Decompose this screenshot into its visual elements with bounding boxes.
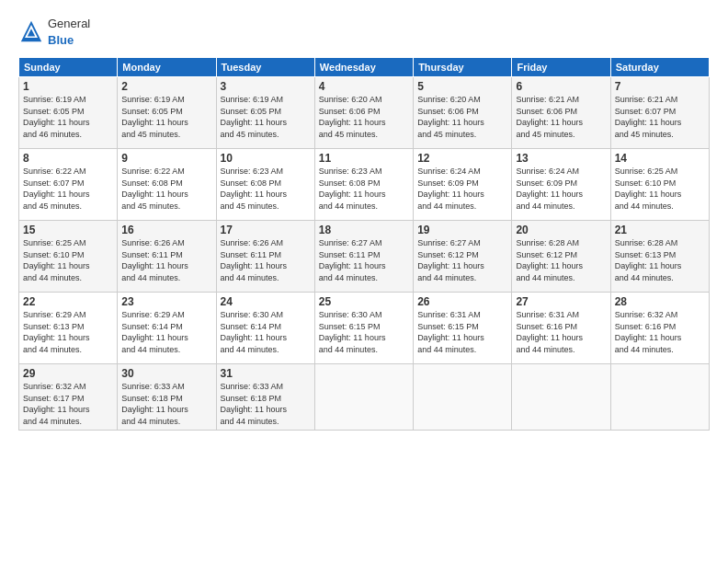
day-number: 17 [221,224,311,236]
logo-blue: Blue [48,33,74,47]
day-info: Sunrise: 6:33 AMSunset: 6:18 PMDaylight:… [121,381,211,427]
day-number: 19 [417,224,507,236]
day-info: Sunrise: 6:24 AMSunset: 6:09 PMDaylight:… [417,166,507,212]
day-info: Sunrise: 6:28 AMSunset: 6:13 PMDaylight:… [615,237,705,283]
day-info: Sunrise: 6:21 AMSunset: 6:06 PMDaylight:… [516,94,606,140]
calendar-week-row: 1Sunrise: 6:19 AMSunset: 6:05 PMDaylight… [19,77,710,149]
weekday-header: Thursday [414,58,512,77]
calendar-cell: 16Sunrise: 6:26 AMSunset: 6:11 PMDayligh… [118,221,216,293]
header: General Blue [18,15,710,48]
day-number: 8 [23,152,113,165]
weekday-header: Monday [118,58,216,77]
day-info: Sunrise: 6:20 AMSunset: 6:06 PMDaylight:… [417,94,507,140]
calendar-cell: 9Sunrise: 6:22 AMSunset: 6:08 PMDaylight… [118,149,216,221]
calendar-cell: 29Sunrise: 6:32 AMSunset: 6:17 PMDayligh… [19,364,118,431]
day-info: Sunrise: 6:30 AMSunset: 6:15 PMDaylight:… [319,309,409,355]
day-number: 7 [615,80,705,93]
calendar-week-row: 15Sunrise: 6:25 AMSunset: 6:10 PMDayligh… [19,221,710,293]
logo-general: General [48,17,90,30]
day-number: 20 [516,224,606,236]
weekday-row: SundayMondayTuesdayWednesdayThursdayFrid… [19,58,710,77]
day-info: Sunrise: 6:23 AMSunset: 6:08 PMDaylight:… [319,166,409,212]
calendar-cell: 2Sunrise: 6:19 AMSunset: 6:05 PMDaylight… [118,77,216,149]
day-number: 18 [319,224,409,236]
calendar-cell: 27Sunrise: 6:31 AMSunset: 6:16 PMDayligh… [512,293,610,364]
page: General Blue SundayMondayTuesdayWednesda… [0,0,728,563]
weekday-header: Friday [512,58,610,77]
weekday-header: Wednesday [314,58,413,77]
day-info: Sunrise: 6:33 AMSunset: 6:18 PMDaylight:… [221,381,311,427]
calendar-cell: 31Sunrise: 6:33 AMSunset: 6:18 PMDayligh… [216,364,314,431]
calendar-week-row: 29Sunrise: 6:32 AMSunset: 6:17 PMDayligh… [19,364,710,431]
calendar-cell: 14Sunrise: 6:25 AMSunset: 6:10 PMDayligh… [610,149,709,221]
day-number: 2 [121,80,211,93]
calendar-cell: 21Sunrise: 6:28 AMSunset: 6:13 PMDayligh… [610,221,709,293]
logo-text: General Blue [48,15,90,48]
day-info: Sunrise: 6:19 AMSunset: 6:05 PMDaylight:… [23,94,113,140]
day-info: Sunrise: 6:29 AMSunset: 6:14 PMDaylight:… [121,309,211,355]
day-number: 21 [615,224,705,236]
day-number: 6 [516,80,606,93]
day-info: Sunrise: 6:25 AMSunset: 6:10 PMDaylight:… [23,237,113,283]
day-number: 29 [23,367,113,380]
calendar-cell: 10Sunrise: 6:23 AMSunset: 6:08 PMDayligh… [216,149,314,221]
calendar-cell: 6Sunrise: 6:21 AMSunset: 6:06 PMDaylight… [512,77,610,149]
calendar-cell: 25Sunrise: 6:30 AMSunset: 6:15 PMDayligh… [314,293,413,364]
calendar-cell: 15Sunrise: 6:25 AMSunset: 6:10 PMDayligh… [19,221,118,293]
day-number: 24 [221,295,311,308]
calendar-cell [314,364,413,431]
day-info: Sunrise: 6:27 AMSunset: 6:11 PMDaylight:… [319,237,409,283]
day-info: Sunrise: 6:28 AMSunset: 6:12 PMDaylight:… [516,237,606,283]
calendar-cell: 20Sunrise: 6:28 AMSunset: 6:12 PMDayligh… [512,221,610,293]
day-number: 31 [221,367,311,380]
calendar-cell: 26Sunrise: 6:31 AMSunset: 6:15 PMDayligh… [414,293,512,364]
logo-icon [18,18,44,44]
weekday-header: Tuesday [216,58,314,77]
day-number: 1 [23,80,113,93]
day-number: 23 [121,295,211,308]
calendar-cell: 22Sunrise: 6:29 AMSunset: 6:13 PMDayligh… [19,293,118,364]
day-info: Sunrise: 6:24 AMSunset: 6:09 PMDaylight:… [516,166,606,212]
calendar-cell: 19Sunrise: 6:27 AMSunset: 6:12 PMDayligh… [414,221,512,293]
day-number: 15 [23,224,113,236]
day-number: 14 [615,152,705,165]
day-info: Sunrise: 6:32 AMSunset: 6:17 PMDaylight:… [23,381,113,427]
day-info: Sunrise: 6:22 AMSunset: 6:08 PMDaylight:… [121,166,211,212]
day-info: Sunrise: 6:23 AMSunset: 6:08 PMDaylight:… [221,166,311,212]
day-number: 10 [221,152,311,165]
calendar-cell [512,364,610,431]
weekday-header: Sunday [19,58,118,77]
calendar-week-row: 8Sunrise: 6:22 AMSunset: 6:07 PMDaylight… [19,149,710,221]
day-number: 4 [319,80,409,93]
day-number: 3 [221,80,311,93]
calendar-cell: 12Sunrise: 6:24 AMSunset: 6:09 PMDayligh… [414,149,512,221]
weekday-header: Saturday [610,58,709,77]
calendar-cell: 4Sunrise: 6:20 AMSunset: 6:06 PMDaylight… [314,77,413,149]
day-number: 16 [121,224,211,236]
day-info: Sunrise: 6:19 AMSunset: 6:05 PMDaylight:… [121,94,211,140]
calendar-cell: 13Sunrise: 6:24 AMSunset: 6:09 PMDayligh… [512,149,610,221]
logo: General Blue [18,15,90,48]
day-info: Sunrise: 6:26 AMSunset: 6:11 PMDaylight:… [221,237,311,283]
day-info: Sunrise: 6:22 AMSunset: 6:07 PMDaylight:… [23,166,113,212]
day-number: 13 [516,152,606,165]
calendar-cell: 1Sunrise: 6:19 AMSunset: 6:05 PMDaylight… [19,77,118,149]
day-number: 25 [319,295,409,308]
day-info: Sunrise: 6:32 AMSunset: 6:16 PMDaylight:… [615,309,705,355]
day-info: Sunrise: 6:25 AMSunset: 6:10 PMDaylight:… [615,166,705,212]
day-info: Sunrise: 6:31 AMSunset: 6:15 PMDaylight:… [417,309,507,355]
calendar-body: 1Sunrise: 6:19 AMSunset: 6:05 PMDaylight… [19,77,710,431]
day-info: Sunrise: 6:20 AMSunset: 6:06 PMDaylight:… [319,94,409,140]
day-number: 27 [516,295,606,308]
calendar-cell: 3Sunrise: 6:19 AMSunset: 6:05 PMDaylight… [216,77,314,149]
day-number: 5 [417,80,507,93]
calendar-header: SundayMondayTuesdayWednesdayThursdayFrid… [19,58,710,77]
calendar-cell: 18Sunrise: 6:27 AMSunset: 6:11 PMDayligh… [314,221,413,293]
calendar-cell: 17Sunrise: 6:26 AMSunset: 6:11 PMDayligh… [216,221,314,293]
calendar-cell: 11Sunrise: 6:23 AMSunset: 6:08 PMDayligh… [314,149,413,221]
day-info: Sunrise: 6:30 AMSunset: 6:14 PMDaylight:… [221,309,311,355]
day-number: 9 [121,152,211,165]
calendar-cell [414,364,512,431]
day-number: 30 [121,367,211,380]
calendar-week-row: 22Sunrise: 6:29 AMSunset: 6:13 PMDayligh… [19,293,710,364]
